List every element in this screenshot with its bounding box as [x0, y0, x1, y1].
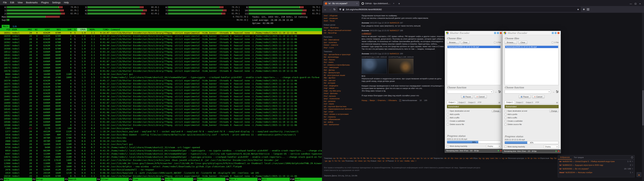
- footer-board-link-em[interactable]: em: [350, 157, 352, 159]
- process-row[interactable]: 18588redevl2006406M660M0S1.32.10:01.53/u…: [0, 124, 322, 127]
- favorites-tab-избранное[interactable]: Избранное: [558, 155, 572, 160]
- column-header-command[interactable]: Command: [111, 28, 322, 31]
- process-row[interactable]: 10975redevl2007104M689M310MS0.62.10:47.8…: [0, 155, 322, 158]
- column-header-user[interactable]: USER: [12, 28, 26, 31]
- board-link-un[interactable]: /un/ - образование: [324, 118, 358, 121]
- board-link-ai[interactable]: /ai/ - Искусственный интеллект: [324, 29, 358, 32]
- process-row[interactable]: 18377redevl2006342M670M0S1.32.10:05.27/u…: [0, 85, 322, 88]
- board-link-fet[interactable]: /fet/ - фетиш: [324, 69, 358, 72]
- settings-sliders-icon[interactable]: [498, 91, 501, 93]
- column-header-s[interactable]: S: [73, 28, 77, 31]
- footer-board-link-bg[interactable]: bg: [479, 157, 481, 159]
- output-tab-ftp[interactable]: FTP: [477, 101, 483, 104]
- board-link-bi[interactable]: /bi/ - велосипеды: [324, 56, 358, 58]
- footer-board-link-fet[interactable]: fet: [354, 157, 356, 159]
- board-link-mlp[interactable]: /mlp/ - my little pony: [324, 90, 358, 92]
- footer-board-link-au[interactable]: au: [333, 157, 335, 159]
- footer-board-link-po[interactable]: po: [364, 160, 366, 162]
- board-link-em[interactable]: /em/ - эмиграция: [324, 66, 358, 69]
- fkey-f10[interactable]: F10Quit: [290, 178, 322, 181]
- footer-board-link-nf[interactable]: nf: [386, 160, 387, 162]
- footer-board-link-sci[interactable]: sci: [403, 157, 405, 159]
- process-row[interactable]: 9397redevl2001220M230M150MS0.60.70:13.91…: [0, 152, 322, 155]
- process-row[interactable]: 9759redevl200949M223M167MS0.60.70:24.75/…: [0, 146, 322, 149]
- mail-icon[interactable]: ✉: [556, 102, 559, 104]
- favorite-thread-row[interactable]: /v/№9884210 — Будущее игростроя в 2026 г…: [558, 163, 634, 167]
- url-bar[interactable]: 2ch.org/v/res/9939356.html#9939392 ★: [338, 7, 581, 12]
- footer-board-link-diy[interactable]: diy: [451, 157, 453, 159]
- board-link-biz[interactable]: /biz/ - бизнес: [324, 58, 358, 61]
- clear-button[interactable]: Clear: [518, 41, 527, 44]
- favorites-tab-топ-тредов[interactable]: Топ тредов: [572, 156, 586, 159]
- thread-nav-ответить[interactable]: Ответить: [378, 99, 386, 102]
- footer-board-link-gg[interactable]: gg: [329, 160, 331, 162]
- board-link-news[interactable]: /news/ - новости: [324, 44, 358, 46]
- process-row[interactable]: 18362redevl2006342M670M0S1.92.10:01.44/u…: [0, 41, 322, 44]
- output-tab-ftp[interactable]: FTP: [534, 101, 540, 104]
- board-link-tv[interactable]: /tv/ - сериалы: [324, 116, 358, 118]
- footer-board-link-mg[interactable]: mg: [378, 157, 380, 159]
- cancel-button[interactable]: ×Cancel: [474, 95, 487, 98]
- footer-board-link-psy[interactable]: psy: [395, 157, 398, 159]
- process-row[interactable]: 18572redevl2006406M660M0S1.92.10:01.87/u…: [0, 60, 322, 63]
- process-row[interactable]: 18586redevl2006406M660M0S1.32.10:01.69/u…: [0, 120, 322, 124]
- browser-tab-1[interactable]: /v/ - Во что играем?×: [323, 1, 360, 6]
- footer-board-link-media[interactable]: media: [404, 160, 410, 162]
- board-link-spc[interactable]: /spc/ - космос и астрономия: [324, 113, 358, 116]
- process-row[interactable]: 18367redevl2006342M670M0S1.92.10:04.94/u…: [0, 44, 322, 47]
- board-link-soc[interactable]: /soc/ - общение: [324, 14, 358, 17]
- post-image-thumbnail[interactable]: [362, 58, 387, 74]
- thread-nav-обновить[interactable]: Обновить: [388, 99, 397, 102]
- checkbox-open-destination-at-end[interactable]: [447, 110, 449, 112]
- footer-board-link-ho[interactable]: ho: [335, 160, 337, 162]
- screen-tab-i-o[interactable]: I/O: [11, 25, 18, 28]
- minimize-button[interactable]: —: [630, 2, 632, 5]
- reply-quote-link[interactable]: >>9940107: [362, 32, 446, 35]
- footer-board-link-r[interactable]: r: [416, 160, 416, 162]
- shutter-titlebar[interactable]: Shutter Encoder: [502, 31, 561, 35]
- scroll-to-top-button[interactable]: ▲: [636, 172, 641, 177]
- change-button[interactable]: Change: [550, 110, 559, 112]
- footer-board-link-sex[interactable]: sex: [342, 160, 345, 162]
- favorites-settings-icon[interactable]: [631, 156, 633, 158]
- footer-board-link-ja[interactable]: ja: [531, 157, 532, 159]
- board-link-sf[interactable]: /sf/ - научная фантастика: [324, 105, 358, 108]
- function-dropdown[interactable]: ▾: [447, 90, 493, 94]
- footer-board-link-wp[interactable]: wp: [466, 157, 468, 159]
- work-during-inactivity-checkbox[interactable]: [447, 145, 449, 147]
- page-scrollbar[interactable]: [642, 13, 644, 181]
- board-link-au[interactable]: /au/ - автомобили и транспорт: [324, 53, 358, 56]
- footer-board-link-fiz[interactable]: fiz: [358, 157, 359, 159]
- process-row[interactable]: 18351redevl2006342M670M0S1.92.10:14.07/u…: [0, 31, 322, 34]
- footer-board-link-vg[interactable]: vg: [502, 157, 504, 159]
- footer-board-link-mov[interactable]: mov: [386, 157, 390, 159]
- process-row[interactable]: 18543redevl2006406M669M0S1.92.10:03.23/u…: [0, 57, 322, 60]
- process-row[interactable]: 2888redevl2004078M328M170MS0.61.00:34.24…: [0, 140, 322, 142]
- file-list[interactable]: /home/redevl/2025-11-19 12-11-06.mp4: [505, 45, 559, 85]
- process-row[interactable]: 18541redevl2006406M669M0S1.92.10:03.23/u…: [0, 54, 322, 57]
- footer-board-link-mlp[interactable]: mlp: [382, 157, 385, 159]
- process-row[interactable]: 16288redevl2001276M215M160MS0.60.70:01.0…: [0, 165, 322, 168]
- board-link-sp[interactable]: /sp/ - спорт: [324, 110, 358, 113]
- reload-button[interactable]: ↻: [334, 8, 336, 11]
- process-row[interactable]: 10210redevl2006342M670M0S0.02.10:08.46/u…: [0, 174, 322, 178]
- clear-button[interactable]: Clear: [461, 41, 470, 44]
- checkbox-add-a-prefix[interactable]: [505, 114, 506, 115]
- stop-icon[interactable]: [558, 150, 559, 152]
- post-image-thumbnail[interactable]: [388, 58, 414, 74]
- fkey-f8[interactable]: F8Nice +: [226, 178, 258, 181]
- file-list-item[interactable]: /home/redevl/2025-11-19 12-11-06.mp4: [505, 46, 558, 48]
- process-row[interactable]: 18381redevl2006342M670M0S1.32.10:04.81/u…: [0, 92, 322, 95]
- tab-close-icon[interactable]: ×: [356, 2, 358, 5]
- destination-path-field[interactable]: /home/redevl: [505, 105, 559, 108]
- board-link-me[interactable]: /me/ - медицина: [324, 84, 358, 87]
- process-row[interactable]: 18545redevl2006406M660M0S1.32.10:01.51/u…: [0, 108, 322, 111]
- menu-item-settings[interactable]: Settings: [50, 0, 62, 4]
- footer-board-link-news[interactable]: news: [358, 160, 362, 162]
- footer-board-link-tv[interactable]: tv: [421, 157, 422, 159]
- menu-item-help[interactable]: Help: [62, 0, 70, 4]
- fkey-f9[interactable]: F9Kill: [258, 178, 290, 181]
- footer-board-link-hh[interactable]: hh: [367, 157, 369, 159]
- process-row[interactable]: 18370redevl2006342M670M0S1.32.10:05.17/u…: [0, 79, 322, 82]
- browse-button[interactable]: Browse...: [447, 41, 459, 44]
